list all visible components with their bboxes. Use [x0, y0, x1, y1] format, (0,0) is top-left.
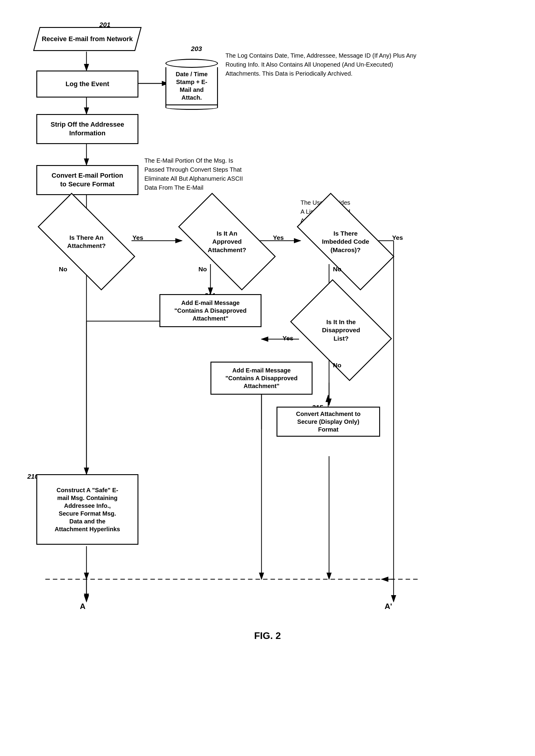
node-214: Add E-mail Message"Contains A Disapprove… — [211, 362, 313, 395]
node-211: Add E-mail Message"Contains A Disapprove… — [159, 294, 262, 327]
no-label-212: No — [333, 362, 341, 369]
node-201: Receive E-mail from Network — [33, 27, 141, 51]
diamond-207-text: Is It AnApprovedAttachment? — [182, 218, 272, 266]
node-205: Convert E-mail Portionto Secure Format — [36, 165, 138, 195]
diagram-container: 201 Receive E-mail from Network 202 Log … — [12, 12, 523, 732]
no-label-208: No — [333, 266, 341, 273]
convert-note: The E-Mail Portion Of the Msg. IsPassed … — [144, 156, 319, 192]
node-210: Construct A "Safe" E-mail Msg. Containin… — [36, 474, 138, 545]
cylinder-body: Date / Time Stamp + E-Mail and Attach. — [165, 67, 218, 105]
yes-label-206: Yes — [132, 234, 143, 241]
diamond-206-text: Is There AnAttachment? — [42, 218, 131, 266]
diamond-208-text: Is ThereImbedded Code(Macros)? — [300, 218, 391, 266]
yes-label-208: Yes — [392, 234, 403, 241]
cylinder-bottom-cap — [165, 105, 218, 110]
node-202: Log the Event — [36, 70, 138, 97]
no-label-207: No — [198, 266, 207, 273]
node-203: Date / Time Stamp + E-Mail and Attach. — [165, 51, 218, 117]
yes-label-207: Yes — [273, 234, 284, 241]
log-note: The Log Contains Date, Time, Addressee, … — [225, 51, 421, 78]
point-Aprime: A' — [384, 602, 392, 611]
page: 201 Receive E-mail from Network 202 Log … — [0, 0, 535, 756]
diamond-212-text: Is It In theDisapprovedList? — [299, 300, 383, 360]
point-A: A — [80, 602, 86, 611]
yes-label-212: Yes — [283, 335, 293, 342]
node-215: Convert Attachment toSecure (Display Onl… — [276, 407, 380, 437]
node-204: Strip Off the AddresseeInformation — [36, 114, 138, 144]
bottom-arrows — [12, 576, 433, 612]
fig-caption: FIG. 2 — [208, 630, 327, 641]
cylinder-top — [165, 59, 218, 68]
no-label-206: No — [59, 266, 67, 273]
